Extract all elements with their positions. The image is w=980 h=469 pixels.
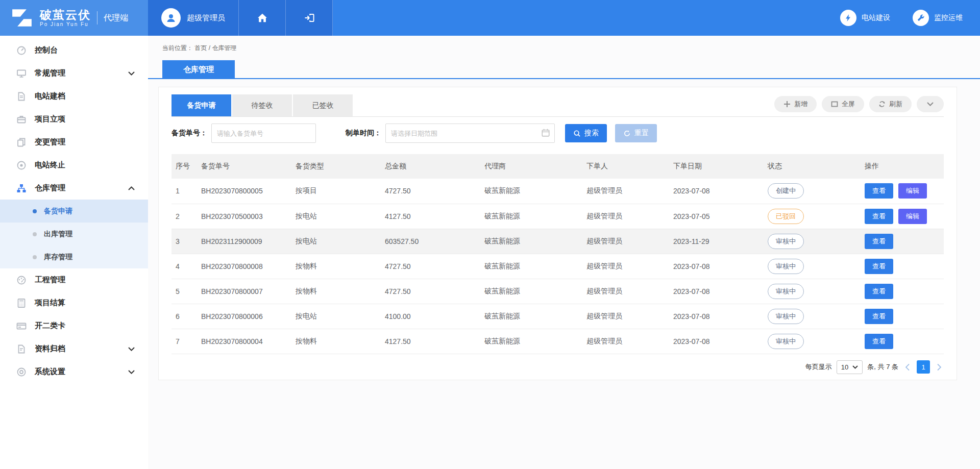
table-cell: BH2023070500003 xyxy=(197,204,291,229)
table-cell: BH2023070800006 xyxy=(197,304,291,329)
toolbar-more-button[interactable] xyxy=(917,96,944,112)
table-cell: 按物料 xyxy=(291,279,381,304)
status-cell: 审核中 xyxy=(764,229,861,254)
chevron-down-icon xyxy=(128,370,135,374)
sidebar-subitem[interactable]: 备货申请 xyxy=(0,200,148,223)
main-content: 当前位置： 首页 / 仓库管理 仓库管理 备货申请待签收已签收新增全屏刷新 备货… xyxy=(148,36,980,469)
nav-label: 监控运维 xyxy=(934,13,963,22)
order-no-input[interactable] xyxy=(211,124,316,143)
card-icon xyxy=(16,321,27,331)
sidebar-item[interactable]: 开二类卡 xyxy=(0,314,148,337)
view-button[interactable]: 查看 xyxy=(865,234,893,249)
table-cell: 4727.50 xyxy=(381,279,480,304)
panel-card: 备货申请待签收已签收新增全屏刷新 备货单号： 制单时间： xyxy=(158,87,957,380)
sidebar-item[interactable]: 系统设置 xyxy=(0,360,148,383)
view-button[interactable]: 查看 xyxy=(865,209,893,224)
toolbar-button[interactable]: 全屏 xyxy=(822,96,864,112)
view-button[interactable]: 查看 xyxy=(865,183,893,199)
breadcrumb-path[interactable]: 首页 / 仓库管理 xyxy=(194,44,236,52)
column-header: 备货单号 xyxy=(197,154,291,179)
sidebar-item[interactable]: 变更管理 xyxy=(0,131,148,154)
edit-button[interactable]: 编辑 xyxy=(898,183,927,199)
view-button[interactable]: 查看 xyxy=(865,259,893,274)
panel-tabstrip: 备货申请待签收已签收新增全屏刷新 xyxy=(172,87,944,117)
table-cell: 按电站 xyxy=(291,204,381,229)
top-header: 破茧云伏 Po Jian Yun Fu 代理端 超级管理员 电 xyxy=(0,0,980,36)
page-tab-warehouse[interactable]: 仓库管理 xyxy=(162,60,235,78)
sidebar-item[interactable]: 资料归档 xyxy=(0,337,148,360)
table-cell: 2023-07-08 xyxy=(669,329,764,354)
table-cell: 2023-07-08 xyxy=(669,279,764,304)
column-header: 下单人 xyxy=(582,154,669,179)
table-cell: 超级管理员 xyxy=(582,229,669,254)
avatar xyxy=(161,8,181,28)
total-count-label: 条, 共 7 条 xyxy=(867,362,898,372)
sidebar-item-label: 仓库管理 xyxy=(35,183,65,193)
next-page-button[interactable] xyxy=(935,363,944,371)
actions-cell: 查看编辑 xyxy=(861,179,944,204)
home-button[interactable] xyxy=(239,0,286,36)
sidebar-item[interactable]: 常规管理 xyxy=(0,62,148,85)
sidebar-item[interactable]: 电站建档 xyxy=(0,85,148,108)
table-row: 2BH2023070500003按电站4127.50破茧新能源超级管理员2023… xyxy=(172,204,944,229)
sidebar-item-label: 控制台 xyxy=(35,45,58,55)
sidebar-item[interactable]: 仓库管理 xyxy=(0,177,148,200)
actions-cell: 查看 xyxy=(861,254,944,279)
edit-button[interactable]: 编辑 xyxy=(898,209,927,224)
date-range-input[interactable] xyxy=(385,124,555,143)
sidebar-item[interactable]: 电站终止 xyxy=(0,154,148,177)
brand-title: 破茧云伏 xyxy=(40,9,91,21)
actions-cell: 查看 xyxy=(861,279,944,304)
brand-tag: 代理端 xyxy=(104,13,128,23)
chevrondown-icon xyxy=(927,102,934,106)
sidebar-item[interactable]: 项目结算 xyxy=(0,291,148,314)
panel-tab[interactable]: 备货申请 xyxy=(172,94,231,116)
nav-plant-construction[interactable]: 电站建设 xyxy=(840,10,890,26)
date-range-wrap xyxy=(385,124,555,143)
table-cell: 破茧新能源 xyxy=(480,204,582,229)
logout-button[interactable] xyxy=(286,0,333,36)
calendar-icon xyxy=(541,128,550,137)
search-button[interactable]: 搜索 xyxy=(565,124,607,142)
view-button[interactable]: 查看 xyxy=(865,309,893,324)
briefcase-icon xyxy=(16,114,27,125)
sidebar-item-label: 资料归档 xyxy=(35,344,65,354)
table-cell: BH2023070800004 xyxy=(197,329,291,354)
table-cell: 按物料 xyxy=(291,254,381,279)
table-cell: 4727.50 xyxy=(381,179,480,204)
column-header: 操作 xyxy=(861,154,944,179)
view-button[interactable]: 查看 xyxy=(865,284,893,299)
table-row: 7BH2023070800004按物料4127.50破茧新能源超级管理员2023… xyxy=(172,329,944,354)
fullscreen-icon xyxy=(831,101,838,108)
home-icon xyxy=(257,12,268,23)
sidebar-item-label: 项目立项 xyxy=(35,114,65,124)
reset-button[interactable]: 重置 xyxy=(615,124,657,142)
sidebar-item[interactable]: 工程管理 xyxy=(0,268,148,291)
reset-button-label: 重置 xyxy=(634,129,649,138)
panel-tab[interactable]: 待签收 xyxy=(232,94,292,116)
table-cell: 破茧新能源 xyxy=(480,279,582,304)
table-cell: 按电站 xyxy=(291,304,381,329)
toolbar-button[interactable]: 新增 xyxy=(774,96,817,112)
table-cell: 2023-07-08 xyxy=(669,254,764,279)
sidebar-item[interactable]: 控制台 xyxy=(0,39,148,62)
sidebar-item[interactable]: 项目立项 xyxy=(0,108,148,131)
sidebar-subitem[interactable]: 库存管理 xyxy=(0,245,148,268)
user-icon xyxy=(165,12,177,23)
sidebar-subitem[interactable]: 出库管理 xyxy=(0,223,148,245)
table-row: 1BH2023070800005按项目4727.50破茧新能源超级管理员2023… xyxy=(172,179,944,204)
table-cell: 超级管理员 xyxy=(582,204,669,229)
page-number-button[interactable]: 1 xyxy=(917,360,930,374)
table-cell: 4127.50 xyxy=(381,204,480,229)
per-page-select[interactable]: 10 xyxy=(837,360,863,374)
prev-page-button[interactable] xyxy=(903,363,912,371)
actions-cell: 查看 xyxy=(861,304,944,329)
table-header: 序号备货单号备货类型总金额代理商下单人下单日期状态操作 xyxy=(172,154,944,179)
panel-tab[interactable]: 已签收 xyxy=(293,94,353,116)
status-badge: 已驳回 xyxy=(768,209,804,224)
nav-monitoring-ops[interactable]: 监控运维 xyxy=(913,10,963,26)
view-button[interactable]: 查看 xyxy=(865,334,893,349)
header-user[interactable]: 超级管理员 xyxy=(148,0,239,36)
select-caret-icon xyxy=(852,365,858,369)
toolbar-button[interactable]: 刷新 xyxy=(869,96,912,112)
